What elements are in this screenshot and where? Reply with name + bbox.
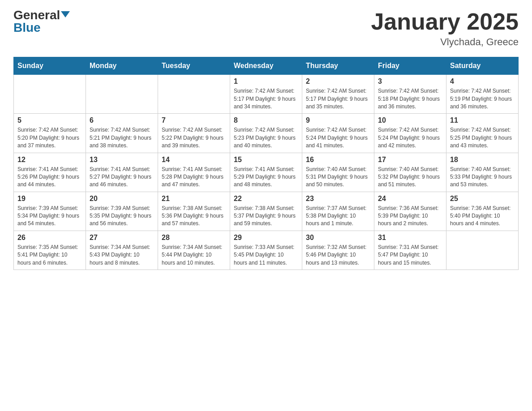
day-number: 28 bbox=[162, 234, 226, 242]
column-header-saturday: Saturday bbox=[446, 57, 519, 75]
day-number: 2 bbox=[306, 77, 370, 86]
day-info: Sunrise: 7:31 AM Sunset: 5:47 PM Dayligh… bbox=[378, 244, 442, 267]
day-number: 12 bbox=[17, 156, 82, 164]
calendar-cell: 16Sunrise: 7:40 AM Sunset: 5:31 PM Dayli… bbox=[302, 153, 374, 192]
calendar-cell: 8Sunrise: 7:42 AM Sunset: 5:23 PM Daylig… bbox=[230, 114, 302, 153]
day-info: Sunrise: 7:41 AM Sunset: 5:27 PM Dayligh… bbox=[90, 166, 154, 189]
calendar-cell: 20Sunrise: 7:39 AM Sunset: 5:35 PM Dayli… bbox=[86, 192, 158, 231]
day-number: 9 bbox=[306, 116, 370, 124]
header: General Blue January 2025 Vlychada, Gree… bbox=[13, 9, 519, 48]
calendar-cell: 25Sunrise: 7:36 AM Sunset: 5:40 PM Dayli… bbox=[446, 192, 519, 231]
day-info: Sunrise: 7:33 AM Sunset: 5:45 PM Dayligh… bbox=[234, 244, 298, 267]
logo-triangle-icon bbox=[61, 11, 70, 17]
location-title: Vlychada, Greece bbox=[371, 36, 519, 48]
calendar-week-row: 1Sunrise: 7:42 AM Sunset: 5:17 PM Daylig… bbox=[14, 75, 519, 114]
day-info: Sunrise: 7:41 AM Sunset: 5:28 PM Dayligh… bbox=[162, 166, 226, 189]
calendar-cell bbox=[14, 75, 86, 114]
day-number: 25 bbox=[450, 195, 515, 203]
day-number: 10 bbox=[378, 116, 442, 124]
day-info: Sunrise: 7:32 AM Sunset: 5:46 PM Dayligh… bbox=[306, 244, 370, 267]
day-number: 18 bbox=[450, 156, 515, 164]
day-info: Sunrise: 7:42 AM Sunset: 5:25 PM Dayligh… bbox=[450, 126, 515, 150]
day-number: 17 bbox=[378, 156, 442, 164]
calendar-cell: 1Sunrise: 7:42 AM Sunset: 5:17 PM Daylig… bbox=[230, 75, 302, 114]
calendar-week-row: 12Sunrise: 7:41 AM Sunset: 5:26 PM Dayli… bbox=[14, 153, 519, 192]
calendar-table: SundayMondayTuesdayWednesdayThursdayFrid… bbox=[13, 57, 519, 270]
calendar-cell: 21Sunrise: 7:38 AM Sunset: 5:36 PM Dayli… bbox=[158, 192, 230, 231]
day-info: Sunrise: 7:34 AM Sunset: 5:44 PM Dayligh… bbox=[162, 244, 226, 267]
day-info: Sunrise: 7:39 AM Sunset: 5:35 PM Dayligh… bbox=[90, 205, 154, 228]
calendar-cell bbox=[158, 75, 230, 114]
calendar-cell: 27Sunrise: 7:34 AM Sunset: 5:43 PM Dayli… bbox=[86, 231, 158, 270]
day-number: 21 bbox=[162, 195, 226, 203]
day-info: Sunrise: 7:42 AM Sunset: 5:18 PM Dayligh… bbox=[378, 87, 442, 111]
column-header-wednesday: Wednesday bbox=[230, 57, 302, 75]
day-info: Sunrise: 7:36 AM Sunset: 5:40 PM Dayligh… bbox=[450, 205, 515, 228]
calendar-cell: 17Sunrise: 7:40 AM Sunset: 5:32 PM Dayli… bbox=[374, 153, 446, 192]
day-info: Sunrise: 7:42 AM Sunset: 5:21 PM Dayligh… bbox=[90, 126, 154, 150]
calendar-cell: 19Sunrise: 7:39 AM Sunset: 5:34 PM Dayli… bbox=[14, 192, 86, 231]
calendar-cell: 11Sunrise: 7:42 AM Sunset: 5:25 PM Dayli… bbox=[446, 114, 519, 153]
calendar-cell: 5Sunrise: 7:42 AM Sunset: 5:20 PM Daylig… bbox=[14, 114, 86, 153]
day-number: 22 bbox=[234, 195, 298, 203]
day-number: 24 bbox=[378, 195, 442, 203]
logo: General Blue bbox=[13, 9, 70, 34]
calendar-cell: 10Sunrise: 7:42 AM Sunset: 5:24 PM Dayli… bbox=[374, 114, 446, 153]
day-info: Sunrise: 7:42 AM Sunset: 5:22 PM Dayligh… bbox=[162, 126, 226, 150]
calendar-cell bbox=[446, 231, 519, 270]
day-number: 15 bbox=[234, 156, 298, 164]
day-info: Sunrise: 7:39 AM Sunset: 5:34 PM Dayligh… bbox=[17, 205, 82, 228]
day-info: Sunrise: 7:42 AM Sunset: 5:19 PM Dayligh… bbox=[450, 87, 515, 111]
day-number: 23 bbox=[306, 195, 370, 203]
day-info: Sunrise: 7:42 AM Sunset: 5:20 PM Dayligh… bbox=[17, 126, 82, 150]
day-info: Sunrise: 7:35 AM Sunset: 5:41 PM Dayligh… bbox=[17, 244, 82, 267]
calendar-cell: 28Sunrise: 7:34 AM Sunset: 5:44 PM Dayli… bbox=[158, 231, 230, 270]
day-number: 20 bbox=[90, 195, 154, 203]
calendar-header-row: SundayMondayTuesdayWednesdayThursdayFrid… bbox=[14, 57, 519, 75]
day-info: Sunrise: 7:37 AM Sunset: 5:38 PM Dayligh… bbox=[306, 205, 370, 228]
column-header-tuesday: Tuesday bbox=[158, 57, 230, 75]
day-number: 1 bbox=[234, 77, 298, 86]
logo-general-text: General bbox=[13, 9, 60, 21]
day-info: Sunrise: 7:40 AM Sunset: 5:33 PM Dayligh… bbox=[450, 166, 515, 189]
day-number: 5 bbox=[17, 116, 82, 124]
calendar-cell: 3Sunrise: 7:42 AM Sunset: 5:18 PM Daylig… bbox=[374, 75, 446, 114]
day-info: Sunrise: 7:40 AM Sunset: 5:32 PM Dayligh… bbox=[378, 166, 442, 189]
day-number: 7 bbox=[162, 116, 226, 124]
title-area: January 2025 Vlychada, Greece bbox=[371, 9, 519, 48]
calendar-cell: 18Sunrise: 7:40 AM Sunset: 5:33 PM Dayli… bbox=[446, 153, 519, 192]
day-number: 4 bbox=[450, 77, 515, 86]
day-info: Sunrise: 7:42 AM Sunset: 5:24 PM Dayligh… bbox=[378, 126, 442, 150]
calendar-cell: 7Sunrise: 7:42 AM Sunset: 5:22 PM Daylig… bbox=[158, 114, 230, 153]
column-header-thursday: Thursday bbox=[302, 57, 374, 75]
calendar-cell: 4Sunrise: 7:42 AM Sunset: 5:19 PM Daylig… bbox=[446, 75, 519, 114]
calendar-cell: 15Sunrise: 7:41 AM Sunset: 5:29 PM Dayli… bbox=[230, 153, 302, 192]
day-info: Sunrise: 7:41 AM Sunset: 5:29 PM Dayligh… bbox=[234, 166, 298, 189]
day-info: Sunrise: 7:34 AM Sunset: 5:43 PM Dayligh… bbox=[90, 244, 154, 267]
calendar-cell: 12Sunrise: 7:41 AM Sunset: 5:26 PM Dayli… bbox=[14, 153, 86, 192]
calendar-cell: 29Sunrise: 7:33 AM Sunset: 5:45 PM Dayli… bbox=[230, 231, 302, 270]
logo-blue-text: Blue bbox=[13, 21, 41, 34]
day-number: 31 bbox=[378, 234, 442, 242]
column-header-friday: Friday bbox=[374, 57, 446, 75]
day-info: Sunrise: 7:42 AM Sunset: 5:17 PM Dayligh… bbox=[234, 87, 298, 111]
column-header-monday: Monday bbox=[86, 57, 158, 75]
calendar-cell: 13Sunrise: 7:41 AM Sunset: 5:27 PM Dayli… bbox=[86, 153, 158, 192]
calendar-cell: 14Sunrise: 7:41 AM Sunset: 5:28 PM Dayli… bbox=[158, 153, 230, 192]
day-number: 13 bbox=[90, 156, 154, 164]
day-info: Sunrise: 7:42 AM Sunset: 5:23 PM Dayligh… bbox=[234, 126, 298, 150]
calendar-week-row: 19Sunrise: 7:39 AM Sunset: 5:34 PM Dayli… bbox=[14, 192, 519, 231]
day-number: 16 bbox=[306, 156, 370, 164]
day-info: Sunrise: 7:38 AM Sunset: 5:37 PM Dayligh… bbox=[234, 205, 298, 228]
day-number: 3 bbox=[378, 77, 442, 86]
calendar-cell: 6Sunrise: 7:42 AM Sunset: 5:21 PM Daylig… bbox=[86, 114, 158, 153]
calendar-cell: 2Sunrise: 7:42 AM Sunset: 5:17 PM Daylig… bbox=[302, 75, 374, 114]
day-info: Sunrise: 7:40 AM Sunset: 5:31 PM Dayligh… bbox=[306, 166, 370, 189]
day-info: Sunrise: 7:41 AM Sunset: 5:26 PM Dayligh… bbox=[17, 166, 82, 189]
calendar-cell: 9Sunrise: 7:42 AM Sunset: 5:24 PM Daylig… bbox=[302, 114, 374, 153]
calendar-cell bbox=[86, 75, 158, 114]
day-number: 29 bbox=[234, 234, 298, 242]
month-title: January 2025 bbox=[371, 9, 519, 34]
day-number: 6 bbox=[90, 116, 154, 124]
calendar-cell: 24Sunrise: 7:36 AM Sunset: 5:39 PM Dayli… bbox=[374, 192, 446, 231]
